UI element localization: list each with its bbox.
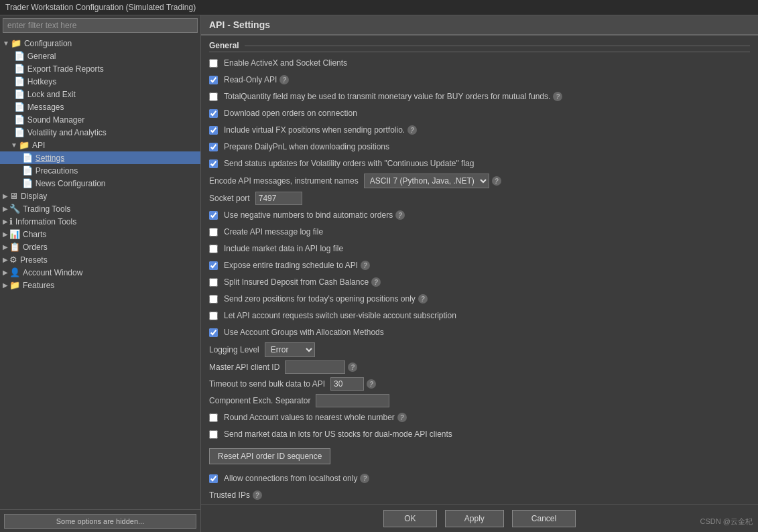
encode-api-help-icon[interactable]: ? [492,176,501,186]
title-text: Trader Workstation Configuration (Simula… [5,3,196,12]
sidebar-footer: Some options are hidden... [0,509,200,532]
use-negative-numbers-label[interactable]: Use negative numbers to bind automatic o… [209,210,393,220]
sidebar-item-charts[interactable]: ▶📊Charts [0,228,200,241]
send-zero-positions-checkbox[interactable] [209,295,218,304]
tree-label-volatility-analytics: Volatility and Analytics [27,128,107,137]
split-insured-checkbox[interactable] [209,278,218,287]
expose-trading-schedule-label[interactable]: Expose entire trading schedule to API [209,261,358,270]
sidebar-item-features[interactable]: ▶📁Features [0,279,200,291]
sidebar-item-configuration[interactable]: ▼📁Configuration [0,37,200,50]
include-virtual-fx-label[interactable]: Include virtual FX positions when sendin… [209,125,405,135]
read-only-api-help-icon[interactable]: ? [279,75,289,84]
tree-icon-information-tools: ℹ [9,216,13,226]
include-virtual-fx-checkbox[interactable] [209,126,218,135]
create-api-log-checkbox[interactable] [209,228,218,237]
send-zero-positions-help-icon[interactable]: ? [418,294,428,304]
tree-toggle-sound-manager [11,116,13,123]
sidebar-item-volatility-analytics[interactable]: 📄Volatility and Analytics [0,126,200,139]
allow-localhost-help-icon[interactable]: ? [360,474,369,483]
include-market-data-label[interactable]: Include market data in API log file [209,244,343,253]
enable-activex-row: Enable ActiveX and Socket Clients [209,56,750,70]
apply-button[interactable]: Apply [445,510,504,527]
create-api-log-label[interactable]: Create API message log file [209,227,323,237]
tree-label-charts: Charts [23,230,46,239]
hidden-options-button[interactable]: Some options are hidden... [4,514,196,529]
sidebar-item-export-trade-reports[interactable]: 📄Export Trade Reports [0,62,200,75]
sidebar-item-general[interactable]: 📄General [0,50,200,62]
round-account-help-icon[interactable]: ? [397,413,407,422]
let-api-account-label[interactable]: Let API account requests switch user-vis… [209,311,456,320]
sidebar-item-sound-manager[interactable]: 📄Sound Manager [0,113,200,126]
socket-port-input[interactable] [255,192,302,205]
sidebar-item-information-tools[interactable]: ▶ℹInformation Tools [0,215,200,228]
component-exch-input[interactable] [316,394,389,407]
download-open-orders-checkbox[interactable] [209,109,218,118]
sidebar: ▼📁Configuration 📄General 📄Export Trade R… [0,15,201,532]
include-market-data-checkbox[interactable] [209,245,218,253]
allow-localhost-label[interactable]: Allow connections from localhost only [209,474,357,483]
encode-api-select[interactable]: ASCII 7 (Python, Java, .NET) UTF-8 [364,174,489,188]
tree-icon-hotkeys: 📄 [14,76,25,86]
total-quantity-help-icon[interactable]: ? [553,92,562,101]
trusted-ips-help-icon[interactable]: ? [253,490,262,500]
tree-label-precautions: Precautions [36,166,78,176]
tree-label-messages: Messages [27,103,64,112]
sidebar-item-orders[interactable]: ▶📋Orders [0,241,200,253]
timeout-input[interactable] [330,377,364,391]
use-negative-numbers-help-icon[interactable]: ? [395,210,405,220]
round-account-checkbox[interactable] [209,413,218,422]
enable-activex-checkbox[interactable] [209,59,218,68]
send-zero-positions-label[interactable]: Send zero positions for today's opening … [209,294,416,304]
use-negative-numbers-checkbox[interactable] [209,211,218,220]
sidebar-item-trading-tools[interactable]: ▶🔧Trading Tools [0,202,200,215]
logging-level-select[interactable]: Error Warning Info Debug [265,342,315,357]
expose-trading-schedule-checkbox[interactable] [209,261,218,270]
send-market-data-lots-checkbox[interactable] [209,430,218,439]
use-account-groups-row: Use Account Groups with Allocation Metho… [209,326,750,339]
tree-toggle-api: ▼ [11,141,17,149]
ok-button[interactable]: OK [383,510,437,527]
allow-localhost-row: Allow connections from localhost only ? [209,472,750,485]
sidebar-item-presets[interactable]: ▶⚙Presets [0,253,200,266]
socket-port-label: Socket port [209,194,250,203]
allow-localhost-checkbox[interactable] [209,474,218,483]
cancel-button[interactable]: Cancel [512,510,576,527]
split-insured-help-icon[interactable]: ? [371,277,381,287]
sidebar-item-api[interactable]: ▼📁API [0,139,200,151]
timeout-help-icon[interactable]: ? [367,379,376,389]
send-status-updates-checkbox[interactable] [209,159,218,168]
include-market-data-row: Include market data in API log file [209,242,750,255]
sidebar-item-precautions[interactable]: 📄Precautions [0,164,200,177]
download-open-orders-label[interactable]: Download open orders on connection [209,109,357,118]
total-quantity-label[interactable]: TotalQuantity field may be used to trans… [209,92,550,101]
reset-api-order-button[interactable]: Reset API order ID sequence [209,448,330,464]
use-account-groups-checkbox[interactable] [209,328,218,337]
read-only-api-checkbox[interactable] [209,76,218,84]
prepare-daily-pnl-label[interactable]: Prepare DailyPnL when downloading positi… [209,142,389,151]
expose-trading-schedule-help-icon[interactable]: ? [361,261,370,270]
prepare-daily-pnl-checkbox[interactable] [209,143,218,151]
filter-input[interactable] [3,18,198,33]
enable-activex-label[interactable]: Enable ActiveX and Socket Clients [209,58,347,68]
include-virtual-fx-help-icon[interactable]: ? [407,125,417,135]
send-status-updates-label[interactable]: Send status updates for Volatility order… [209,159,474,168]
split-insured-label[interactable]: Split Insured Deposit from Cash Balance [209,277,369,287]
component-exch-row: Component Exch. Separator [209,394,750,407]
send-market-data-lots-label[interactable]: Send market data in lots for US stocks f… [209,429,452,439]
total-quantity-checkbox[interactable] [209,92,218,101]
tree-label-trading-tools: Trading Tools [23,204,70,214]
master-api-client-input[interactable] [285,360,345,374]
tree-toggle-trading-tools: ▶ [3,205,8,212]
master-api-client-help-icon[interactable]: ? [348,362,357,372]
sidebar-item-hotkeys[interactable]: 📄Hotkeys [0,75,200,88]
sidebar-item-lock-and-exit[interactable]: 📄Lock and Exit [0,88,200,101]
sidebar-item-settings[interactable]: 📄Settings [0,151,200,164]
use-account-groups-label[interactable]: Use Account Groups with Allocation Metho… [209,328,384,337]
read-only-api-label[interactable]: Read-Only API [209,75,277,84]
sidebar-item-messages[interactable]: 📄Messages [0,101,200,113]
sidebar-item-display[interactable]: ▶🖥Display [0,190,200,202]
round-account-label[interactable]: Round Account values to nearest whole nu… [209,413,395,422]
sidebar-item-account-window[interactable]: ▶👤Account Window [0,266,200,279]
sidebar-item-news-configuration[interactable]: 📄News Configuration [0,177,200,190]
let-api-account-checkbox[interactable] [209,312,218,320]
